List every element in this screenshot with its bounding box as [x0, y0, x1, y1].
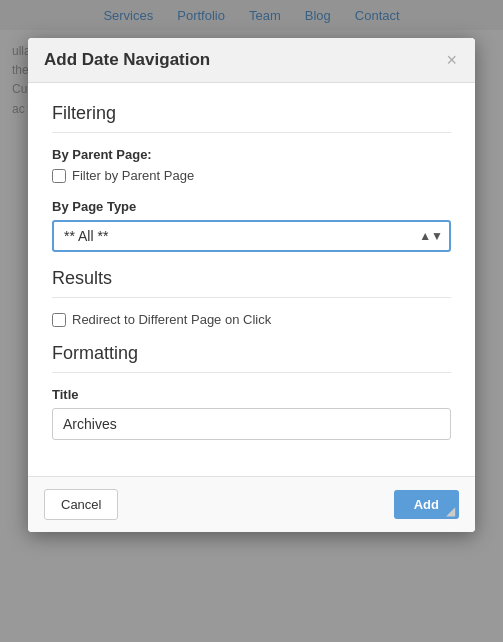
add-date-navigation-modal: Add Date Navigation × Filtering By Paren… — [28, 38, 475, 532]
modal-title: Add Date Navigation — [44, 50, 210, 70]
by-page-type-label: By Page Type — [52, 199, 451, 214]
title-input[interactable] — [52, 408, 451, 440]
filter-by-parent-page-row: Filter by Parent Page — [52, 168, 451, 183]
cancel-button[interactable]: Cancel — [44, 489, 118, 520]
title-field-label: Title — [52, 387, 451, 402]
redirect-checkbox-label[interactable]: Redirect to Different Page on Click — [72, 312, 271, 327]
by-page-type-group: By Page Type ** All ** ▲▼ — [52, 199, 451, 252]
by-parent-page-group: By Parent Page: Filter by Parent Page — [52, 147, 451, 183]
formatting-section: Formatting Title — [52, 343, 451, 440]
resize-handle-icon: ◢ — [446, 505, 455, 517]
by-parent-page-label: By Parent Page: — [52, 147, 451, 162]
modal-header: Add Date Navigation × — [28, 38, 475, 83]
filter-by-parent-page-checkbox-label[interactable]: Filter by Parent Page — [72, 168, 194, 183]
modal-body: Filtering By Parent Page: Filter by Pare… — [28, 83, 475, 476]
filtering-section: Filtering By Parent Page: Filter by Pare… — [52, 103, 451, 252]
modal-footer: Cancel Add ◢ — [28, 476, 475, 532]
page-type-select-wrapper: ** All ** ▲▼ — [52, 220, 451, 252]
formatting-section-title: Formatting — [52, 343, 451, 373]
page-type-select[interactable]: ** All ** — [52, 220, 451, 252]
filter-by-parent-page-checkbox[interactable] — [52, 169, 66, 183]
results-section-title: Results — [52, 268, 451, 298]
results-section: Results Redirect to Different Page on Cl… — [52, 268, 451, 327]
filtering-section-title: Filtering — [52, 103, 451, 133]
redirect-row: Redirect to Different Page on Click — [52, 312, 451, 327]
modal-close-button[interactable]: × — [444, 51, 459, 69]
redirect-checkbox[interactable] — [52, 313, 66, 327]
title-field-group: Title — [52, 387, 451, 440]
